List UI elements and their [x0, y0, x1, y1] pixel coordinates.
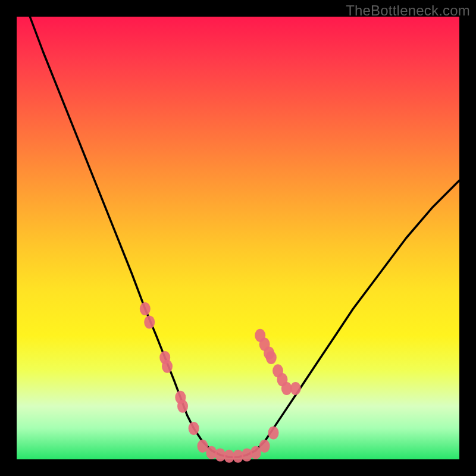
chart-overlay	[17, 17, 459, 459]
data-markers	[140, 302, 301, 463]
marker-dot	[266, 351, 277, 364]
marker-dot	[189, 422, 199, 435]
marker-dot	[144, 315, 155, 328]
marker-dot	[140, 302, 151, 315]
marker-dot	[198, 440, 208, 453]
marker-dot	[259, 440, 270, 453]
curve-path	[30, 17, 459, 457]
marker-dot	[268, 426, 279, 439]
marker-dot	[290, 382, 301, 395]
watermark: TheBottleneck.com	[346, 2, 470, 19]
marker-dot	[162, 360, 173, 373]
marker-dot	[242, 449, 252, 462]
marker-dot	[177, 400, 188, 413]
chart-frame: TheBottleneck.com	[0, 0, 476, 476]
bottleneck-curve	[30, 17, 459, 457]
marker-dot	[206, 446, 217, 459]
